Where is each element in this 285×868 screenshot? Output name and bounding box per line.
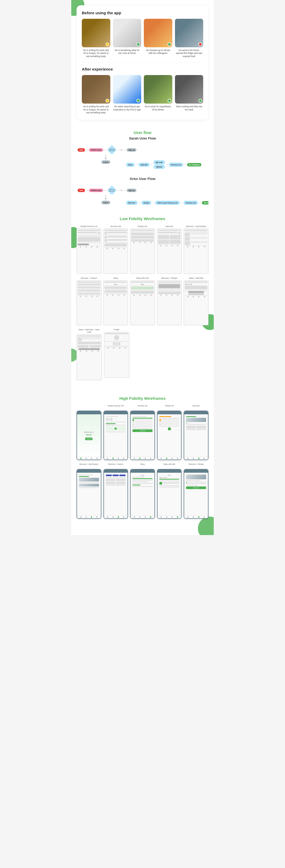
hf-label-7: Diary [140,463,145,468]
sarah-flow-title: Sarah User Flow [76,136,209,140]
after-badge-2 [168,99,171,102]
lf-frame-3 [157,228,182,274]
badge-2 [168,42,171,46]
experience-section: Before using the app He is ending his wo… [76,5,209,120]
artur-node-have-account: Have an account? [107,187,117,193]
nav-dot-1 [85,458,87,459]
hf-bottom-nav-2 [131,457,154,460]
lf-item-4: Discover + My Recipes [184,225,209,274]
hf-phone-4 [184,411,209,460]
after-badge-1 [136,99,140,102]
arrow-1: → [86,149,88,151]
lf-label-0: Empty Grocery List [80,225,97,227]
after-item-2: Go to store for ingredients, of his dinn… [144,75,172,115]
sarah-flow-diagram: User → Walkthrough → Have an account? → … [76,144,209,173]
lf-item-1: Grocery List [103,225,128,274]
hf-bottom-nav-0 [77,457,101,460]
lf-row1: Empty Grocery List [76,225,209,274]
paco-logo: PACO [86,434,92,436]
hf-phone-0: Welcome to PACO Sign up [76,411,101,460]
artur-flow-diagram: User → Walkthrough → Have an account? → … [76,184,209,209]
lf-frame-4 [184,228,209,274]
sarah-no-label: No [120,149,123,151]
after-item-3: Start cooking and then eat his meal [175,75,204,115]
lf-label-5: Discover + Search [81,277,97,279]
hf-label-1: Empty Grocery List [108,405,124,409]
artur-node-login: Log in [101,201,110,204]
lf-frame-9: Add you diet [184,280,209,325]
lf-frame-1 [103,228,128,274]
hf-label-2: Grocery List [138,405,147,409]
hf-label-6: Discover + Search [108,463,123,468]
sarah-node-login: Log in [101,160,110,164]
hf-signup-btn[interactable]: Sign up [85,438,93,440]
nav-dot-2 [91,458,92,459]
userflow-section: User flow Sarah User Flow User → Walkthr… [71,125,214,211]
before-item-3: He went to his home, opened the fridge a… [175,19,204,58]
lf-label-7: Diary with diet [136,277,149,279]
hf-item-4: Discover [184,405,209,460]
after-item-0: He is ending his work and he is hungry. … [82,75,110,115]
arrow-4: → [123,149,126,151]
userflow-title: User flow [76,130,209,135]
hf-phone-6 [103,469,128,519]
lf-label-10: Diary + Add Diet + Scan code [76,329,102,333]
lf-label-6: Diary [113,277,118,279]
sarah-node-grocery: Grocery List [169,163,183,167]
hf-phone-1 [103,411,128,460]
lf-item-0: Empty Grocery List [76,225,101,274]
hf-bottom-nav-4 [184,457,208,460]
hf-bottom-nav-3 [157,457,181,460]
nav-dot-active [80,458,81,459]
artur-node-walkthrough: Walkthrough [89,189,103,192]
hf-item-9: Discover + Recipe [184,463,209,519]
hf-item-5: Discover + My Recipes [76,463,101,519]
badge-3 [199,42,202,46]
hf-bottom-nav-8 [157,516,181,518]
lf-frame-2 [130,228,155,274]
before-heading: Before using the app [82,10,203,15]
sarah-node-user: User [78,148,85,152]
after-caption-3: Start cooking and then eat his meal [175,105,204,112]
lf-label-11: Profile [114,329,119,331]
nav-dot-3 [96,458,98,459]
lf-label-8: Discover + Recipe [161,277,177,279]
before-caption-2: He chooses go to dinner with his colleag… [144,49,172,55]
artur-node-shopping: Go shopping [202,201,209,205]
hf-title: High Fidelity Wireframes [76,396,209,401]
hf-bottom-nav-7 [131,516,154,518]
before-item-2: He chooses go to dinner with his colleag… [144,19,172,58]
sarah-node-have-account: Have an account? [107,147,117,153]
artur-no-label: No [120,189,123,191]
badge-1 [136,42,140,46]
before-item-1: He is wondering what he can cook at home [113,19,141,58]
hf-item-3: Pantry List [157,405,182,460]
sarah-node-walkthrough: Walkthrough [89,148,103,152]
lf-item-7: Diary with diet Diary [130,277,155,325]
hf-item-8: Diary with diet Diary Name of dish [157,463,182,519]
hf-phone-3 [157,411,182,460]
sarah-node-diary: Diary [126,163,135,167]
after-caption-0: He is ending his work and he is hungry. … [82,105,110,115]
after-grid: He is ending his work and he is hungry. … [82,75,203,115]
hf-bottom-nav-1 [104,457,128,460]
lf-item-5: Discover + Search [76,277,101,325]
before-caption-3: He went to his home, opened the fridge a… [175,49,204,58]
arrow-2: → [104,149,106,151]
lf-item-3: Discover [157,225,182,274]
hf-bottom-nav-5 [77,516,101,518]
lf-label-4: Discover + My Recipes [186,225,206,227]
artur-node-signup: Sign up [127,189,137,192]
before-grid: He is ending his work and he is hungry. … [82,19,203,58]
before-item-0: He is ending his work and he is hungry. … [82,19,110,58]
lf-label-3: Discover [166,225,173,227]
after-item-1: He starts searching to get inspiration i… [113,75,141,115]
hf-item-7: Diary Diary [130,463,155,519]
sarah-node-manual: Manual [153,165,165,169]
hf-section: High Fidelity Wireframes Welcome to PACO… [71,391,214,524]
lf-frame-6: Diary [103,280,128,325]
hf-bottom-nav-9 [184,516,208,518]
hf-item-2: Grocery List [130,405,155,460]
lf-label-1: Grocery List [110,225,121,227]
lf-frame-11 [104,332,129,378]
